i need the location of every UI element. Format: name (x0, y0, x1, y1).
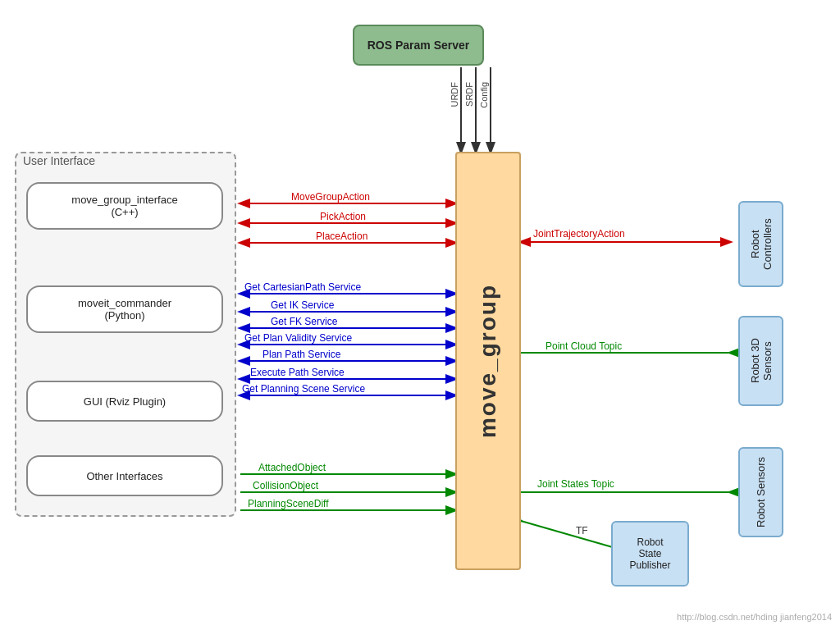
attached-object-label: AttachedObject (258, 462, 326, 473)
collision-object-label: CollisionObject (253, 480, 318, 491)
plan-validity-label: Get Plan Validity Service (244, 332, 352, 344)
srdf-label: SRDF (464, 82, 474, 107)
placeaction-label: PlaceAction (316, 231, 368, 242)
joint-states-label: Joint States Topic (537, 478, 614, 490)
tf-label: TF (576, 525, 588, 536)
user-interface-label: User Interface (23, 154, 95, 167)
point-cloud-label: Point Cloud Topic (546, 340, 622, 352)
get-planning-scene-label: Get Planning Scene Service (242, 383, 365, 395)
robot-controllers-box: Robot Controllers (738, 201, 783, 287)
robot-sensors-box: Robot Sensors (738, 447, 783, 537)
urdf-label: URDF (450, 82, 459, 107)
robot-state-publisher-label: RobotStatePublisher (629, 536, 670, 571)
move-group-box: move_group (455, 152, 521, 570)
move-group-interface-label: move_group_interface(C++) (71, 194, 177, 218)
moveit-commander-box: moveit_commander(Python) (26, 285, 223, 333)
robot-state-publisher-box: RobotStatePublisher (611, 521, 689, 587)
cartesian-label: Get CartesianPath Service (244, 281, 361, 293)
execute-path-label: Execute Path Service (250, 367, 345, 378)
other-interfaces-label: Other Interfaces (86, 470, 162, 482)
robot-3d-sensors-label: Robot 3D Sensors (749, 317, 774, 404)
ros-param-server-box: ROS Param Server (353, 25, 484, 66)
other-interfaces-box: Other Interfaces (26, 455, 223, 496)
config-label: Config (479, 82, 489, 108)
robot-controllers-label: Robot Controllers (749, 203, 774, 285)
watermark: http://blog.csdn.net/hding jianfeng2014 (677, 612, 832, 622)
joint-trajectory-label: JointTrajectoryAction (533, 228, 625, 240)
ros-param-server-label: ROS Param Server (368, 39, 470, 52)
pickaction-label: PickAction (320, 211, 366, 222)
move-group-label: move_group (475, 284, 501, 438)
robot-3d-sensors-box: Robot 3D Sensors (738, 316, 783, 406)
svg-line-19 (521, 521, 615, 548)
move-group-interface-box: move_group_interface(C++) (26, 182, 223, 230)
gui-box: GUI (Rviz Plugin) (26, 381, 223, 422)
plan-path-label: Plan Path Service (262, 349, 340, 360)
movegroupaction-label: MoveGroupAction (291, 191, 370, 203)
robot-sensors-label: Robot Sensors (755, 457, 767, 527)
diagram: { "title": "MoveIt move_group Architectu… (0, 0, 840, 630)
get-fk-label: Get FK Service (271, 316, 337, 327)
planning-scene-diff-label: PlanningSceneDiff (248, 498, 329, 509)
gui-label: GUI (Rviz Plugin) (84, 395, 166, 408)
get-ik-label: Get IK Service (271, 299, 334, 311)
moveit-commander-label: moveit_commander(Python) (78, 297, 171, 322)
